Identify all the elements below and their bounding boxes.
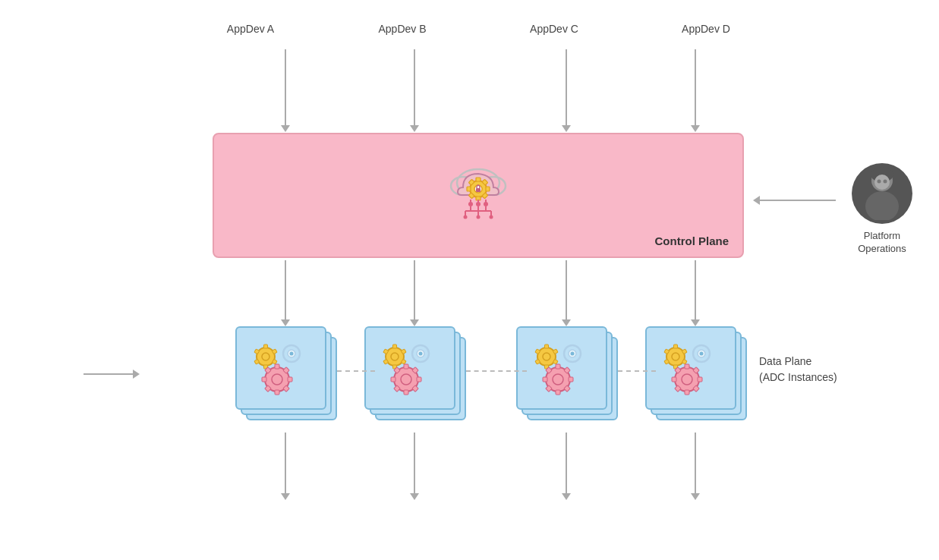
svg-rect-91 bbox=[556, 364, 560, 369]
gears-svg-3 bbox=[531, 340, 592, 397]
svg-point-57 bbox=[386, 348, 404, 366]
svg-rect-49 bbox=[275, 364, 279, 369]
dotted-line-1-2 bbox=[337, 370, 375, 372]
svg-rect-74 bbox=[404, 390, 408, 395]
dotted-line-3-4 bbox=[618, 370, 656, 372]
adc-card-front-1 bbox=[235, 326, 326, 410]
person-icon bbox=[852, 163, 912, 224]
arrow-cp-adc3 bbox=[562, 260, 571, 326]
svg-rect-59 bbox=[393, 344, 397, 348]
svg-rect-95 bbox=[556, 390, 560, 395]
svg-rect-80 bbox=[545, 344, 549, 348]
svg-rect-93 bbox=[569, 377, 573, 382]
arrow-appdev-a bbox=[281, 49, 290, 132]
appdev-labels: AppDev A AppDev B AppDev C AppDev D bbox=[213, 23, 744, 35]
appdev-a-label: AppDev A bbox=[213, 23, 288, 35]
arrow-adc4-down bbox=[691, 433, 700, 500]
arrow-adc2-down bbox=[410, 433, 419, 500]
svg-point-88 bbox=[571, 351, 575, 355]
arrow-appdev-d bbox=[691, 49, 700, 132]
svg-rect-116 bbox=[685, 390, 689, 395]
adc-card-front-2 bbox=[364, 326, 455, 410]
svg-rect-7 bbox=[486, 187, 490, 191]
svg-point-28 bbox=[477, 215, 481, 219]
svg-point-109 bbox=[700, 351, 704, 355]
svg-rect-76 bbox=[391, 377, 395, 382]
dotted-line-2-3 bbox=[466, 370, 527, 372]
svg-rect-114 bbox=[698, 377, 702, 382]
svg-point-32 bbox=[865, 191, 899, 220]
svg-rect-38 bbox=[264, 344, 268, 348]
svg-rect-70 bbox=[404, 364, 408, 369]
appdev-d-label: AppDev D bbox=[668, 23, 744, 35]
arrow-platform-ops bbox=[753, 196, 836, 205]
svg-point-34 bbox=[878, 180, 881, 184]
platform-ops-label: PlatformOperations bbox=[858, 230, 906, 256]
svg-rect-72 bbox=[417, 377, 421, 382]
diagram-container: AppDev A AppDev B AppDev C AppDev D bbox=[0, 0, 939, 560]
arrow-adc3-down bbox=[562, 433, 571, 500]
svg-point-35 bbox=[884, 180, 887, 184]
svg-rect-118 bbox=[672, 377, 676, 382]
svg-rect-51 bbox=[288, 377, 292, 382]
gears-svg-2 bbox=[380, 340, 440, 397]
svg-point-67 bbox=[419, 351, 423, 355]
svg-point-78 bbox=[537, 348, 556, 366]
svg-rect-55 bbox=[262, 377, 266, 382]
appdev-b-label: AppDev B bbox=[364, 23, 440, 35]
control-plane-box: Control Plane bbox=[213, 133, 744, 258]
svg-rect-11 bbox=[467, 187, 471, 191]
adc-card-front-3 bbox=[516, 326, 607, 410]
arrow-cp-adc4 bbox=[691, 260, 700, 326]
svg-rect-53 bbox=[275, 390, 279, 395]
data-plane-label: Data Plane(ADC Instances) bbox=[759, 354, 837, 385]
arrow-appdev-b bbox=[410, 49, 419, 132]
arrow-appdev-c bbox=[562, 49, 571, 132]
arrow-cp-adc1 bbox=[281, 260, 290, 326]
svg-rect-5 bbox=[476, 178, 481, 181]
svg-rect-13 bbox=[476, 188, 481, 192]
svg-rect-97 bbox=[543, 377, 547, 382]
gears-svg-1 bbox=[251, 340, 311, 397]
gears-svg-4 bbox=[660, 340, 721, 397]
svg-rect-112 bbox=[685, 364, 689, 369]
svg-point-46 bbox=[290, 351, 294, 355]
cloud-gear-icon bbox=[436, 162, 520, 230]
arrow-cp-adc2 bbox=[410, 260, 419, 326]
svg-point-36 bbox=[257, 348, 275, 366]
svg-point-27 bbox=[464, 215, 468, 219]
platform-operations: PlatformOperations bbox=[852, 163, 912, 256]
control-plane-label: Control Plane bbox=[654, 234, 729, 247]
input-arrow bbox=[84, 370, 140, 379]
svg-rect-101 bbox=[674, 344, 678, 348]
svg-point-99 bbox=[666, 348, 685, 366]
svg-point-29 bbox=[490, 215, 493, 219]
svg-point-33 bbox=[874, 175, 890, 190]
adc-card-front-4 bbox=[645, 326, 736, 410]
appdev-c-label: AppDev C bbox=[516, 23, 592, 35]
arrow-adc1-down bbox=[281, 433, 290, 500]
